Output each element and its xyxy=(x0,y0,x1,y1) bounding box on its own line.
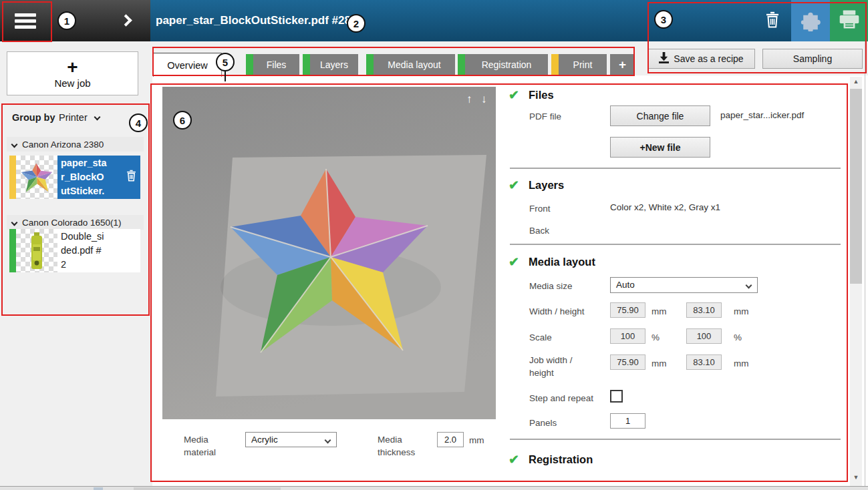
job-name: Double_si ded.pdf # 2 xyxy=(57,229,140,272)
group-by-dropdown[interactable]: Printer xyxy=(59,112,100,123)
pdf-file-label: PDF file xyxy=(529,110,561,123)
annotation-circle-2: 2 xyxy=(347,14,366,33)
puzzle-icon xyxy=(799,7,823,34)
save-as-recipe-button[interactable]: Save as a recipe xyxy=(647,49,755,69)
scrollbar-thumb[interactable] xyxy=(850,89,862,284)
job-width-unit: mm xyxy=(652,357,667,370)
tab-print[interactable]: Print xyxy=(551,54,607,75)
plus-icon: + xyxy=(67,59,78,76)
scale-y-input: 100 xyxy=(686,328,722,344)
tab-layers[interactable]: Layers xyxy=(303,54,358,75)
group-by-label: Group by xyxy=(12,112,55,123)
layers-section-title: Layers xyxy=(529,179,564,192)
job-status-bar xyxy=(9,156,16,199)
rotate-down-icon[interactable]: ↓ xyxy=(481,93,487,106)
width-height-label: Width / height xyxy=(529,305,585,318)
rotate-up-icon[interactable]: ↑ xyxy=(466,93,472,106)
menu-icon[interactable] xyxy=(15,13,36,29)
check-icon: ✔ xyxy=(509,87,519,103)
delete-job-button[interactable] xyxy=(755,0,790,41)
media-thickness-label: Media thickness xyxy=(378,433,431,459)
sampling-button[interactable]: Sampling xyxy=(762,49,863,69)
plugin-mode-button[interactable] xyxy=(791,0,830,41)
collapse-sidebar-icon[interactable] xyxy=(120,14,132,26)
media-size-select[interactable]: Auto xyxy=(610,277,758,293)
chevron-down-icon xyxy=(11,141,18,148)
delete-job-icon[interactable] xyxy=(126,169,137,186)
star-render xyxy=(162,87,496,419)
scrollbar-down-icon[interactable]: ▼ xyxy=(850,474,862,481)
scale-x-unit: % xyxy=(652,331,660,344)
check-icon: ✔ xyxy=(509,452,519,467)
star-thumbnail xyxy=(19,160,54,195)
width-unit: mm xyxy=(652,305,667,318)
registration-section-title: Registration xyxy=(529,453,593,466)
width-input: 75.90 xyxy=(610,302,645,318)
job-title: paper_star_BlockOutSticker.pdf #28 xyxy=(156,0,351,41)
step-repeat-checkbox[interactable] xyxy=(610,390,623,403)
job-height-input: 83.10 xyxy=(686,354,722,370)
annotation-circle-4: 4 xyxy=(129,113,148,132)
status-indicator xyxy=(246,54,253,75)
job-height-unit: mm xyxy=(734,357,749,370)
3d-preview[interactable]: ↑ ↓ xyxy=(162,87,496,419)
annotation-circle-3: 3 xyxy=(654,10,673,29)
media-material-select[interactable]: Acrylic xyxy=(245,432,337,447)
check-icon: ✔ xyxy=(509,178,519,193)
printer-group-colorado[interactable]: Canon Colorado 1650(1) xyxy=(7,215,144,230)
change-file-button[interactable]: Change file xyxy=(610,105,710,126)
annotation-circle-6: 6 xyxy=(173,111,192,130)
step-repeat-label: Step and repeat xyxy=(529,392,593,405)
print-button[interactable] xyxy=(830,0,868,41)
chevron-down-icon xyxy=(746,282,752,289)
clipped-bottom-row xyxy=(0,486,868,490)
pdf-file-name: paper_star...icker.pdf xyxy=(720,110,804,120)
job-status-bar xyxy=(9,229,16,272)
job-item[interactable]: Double_si ded.pdf # 2 xyxy=(9,229,140,272)
media-layout-section-title: Media layout xyxy=(529,256,595,268)
divider xyxy=(510,244,841,245)
tab-add[interactable]: + xyxy=(610,54,635,75)
tab-files[interactable]: Files xyxy=(246,54,299,75)
media-material-label: Media material xyxy=(184,433,231,459)
media-thickness-unit: mm xyxy=(469,434,484,447)
scale-label: Scale xyxy=(529,331,552,344)
window-edge xyxy=(865,41,865,486)
tab-overview[interactable]: Overview xyxy=(153,53,222,77)
status-indicator xyxy=(551,54,559,75)
chevron-down-icon xyxy=(325,437,331,444)
divider xyxy=(510,168,841,169)
status-indicator xyxy=(303,54,310,75)
panels-label: Panels xyxy=(529,417,557,429)
trash-icon xyxy=(764,11,780,31)
status-indicator xyxy=(366,54,374,75)
job-item-selected[interactable]: paper_sta r_BlockO utSticker. xyxy=(9,156,140,199)
divider xyxy=(510,439,841,440)
annotation-circle-1: 1 xyxy=(57,11,76,30)
bottle-thumbnail xyxy=(29,232,45,270)
chevron-down-icon xyxy=(94,114,100,121)
height-unit: mm xyxy=(734,305,749,318)
job-thumbnail xyxy=(16,229,57,272)
app-window: paper_star_BlockOutSticker.pdf #28 xyxy=(0,0,868,490)
new-job-button[interactable]: + New job xyxy=(7,51,138,95)
media-thickness-input[interactable]: 2.0 xyxy=(437,432,464,447)
printer-group-arizona[interactable]: Canon Arizona 2380 xyxy=(7,137,144,152)
tab-registration[interactable]: Registration xyxy=(458,54,548,75)
scrollbar-up-icon[interactable]: ▲ xyxy=(850,78,862,85)
job-width-height-label: Job width / height xyxy=(529,354,584,379)
annotation-circle-5: 5 xyxy=(216,53,235,71)
front-label: Front xyxy=(529,202,551,215)
new-file-button[interactable]: +New file xyxy=(610,137,710,158)
back-label: Back xyxy=(529,224,549,237)
save-recipe-icon xyxy=(659,52,669,65)
printer-icon xyxy=(838,9,861,33)
check-icon: ✔ xyxy=(509,254,519,270)
job-name: paper_sta r_BlockO utSticker. xyxy=(57,156,140,199)
height-input: 83.10 xyxy=(686,302,722,318)
media-size-label: Media size xyxy=(529,280,573,292)
chevron-down-icon xyxy=(11,219,18,226)
panels-input[interactable]: 1 xyxy=(610,413,645,429)
tab-media-layout[interactable]: Media layout xyxy=(366,54,455,75)
status-indicator xyxy=(458,54,465,75)
